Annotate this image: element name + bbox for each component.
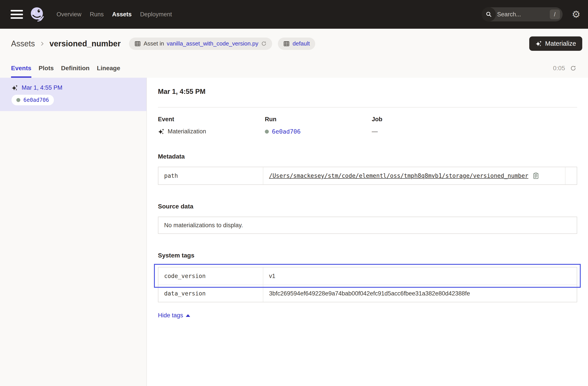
page-title: versioned_number xyxy=(49,39,121,48)
system-tags-table: code_version v1 data_version 3bfc269594e… xyxy=(158,267,577,302)
tab-events[interactable]: Events xyxy=(11,59,31,78)
event-column-label: Event xyxy=(158,116,265,123)
search-shortcut-key: / xyxy=(550,9,560,19)
reload-definition-icon[interactable] xyxy=(261,41,267,47)
job-value: — xyxy=(372,128,378,135)
hide-tags-link[interactable]: Hide tags xyxy=(158,312,190,319)
run-column-label: Run xyxy=(265,116,372,123)
run-status-dot xyxy=(16,98,20,102)
tag-value-code-version: v1 xyxy=(263,267,577,285)
tab-lineage[interactable]: Lineage xyxy=(97,59,120,78)
system-tags-heading: System tags xyxy=(158,252,577,259)
asset-location-prefix: Asset in xyxy=(144,40,164,47)
job-column-label: Job xyxy=(372,116,577,123)
nav-item-deployment[interactable]: Deployment xyxy=(140,11,172,18)
refresh-countdown: 0:05 xyxy=(553,65,565,72)
materialization-sparkle-icon xyxy=(158,128,165,135)
materialize-button[interactable]: Materialize xyxy=(529,37,582,51)
copy-path-button[interactable] xyxy=(532,172,539,179)
run-status-dot xyxy=(265,130,269,134)
top-nav: Overview Runs Assets Deployment / ⚙ xyxy=(0,0,588,29)
heading-divider xyxy=(158,107,577,107)
metadata-table: path /Users/smackesey/stm/code/elementl/… xyxy=(158,167,577,185)
caret-up-icon xyxy=(186,314,190,317)
event-timestamp[interactable]: Mar 1, 4:55 PM xyxy=(22,84,63,91)
settings-gear-icon[interactable]: ⚙ xyxy=(572,9,581,19)
run-column: Run 6e0ad706 xyxy=(265,116,372,135)
asset-definition-file-link[interactable]: vanilla_asset_with_code_version.py xyxy=(167,40,258,47)
tag-key-code-version: code_version xyxy=(158,267,263,285)
refresh-icon xyxy=(570,65,577,72)
event-type-value: Materialization xyxy=(168,128,206,135)
tag-key-data-version: data_version xyxy=(158,285,263,302)
search-box[interactable]: / xyxy=(482,7,563,21)
job-column: Job — xyxy=(372,116,577,135)
metadata-path-link[interactable]: /Users/smackesey/stm/code/elementl/oss/t… xyxy=(269,172,528,179)
asset-header: Assets versioned_number Asset in vanilla… xyxy=(0,29,588,59)
nav-items: Overview Runs Assets Deployment xyxy=(57,11,172,18)
materialization-sparkle-icon xyxy=(11,84,18,91)
run-id: 6e0ad706 xyxy=(23,97,49,103)
event-detail-heading: Mar 1, 4:55 PM xyxy=(158,88,577,96)
asset-tabs: Events Plots Definition Lineage 0:05 xyxy=(0,59,588,78)
breadcrumb-assets-link[interactable]: Assets xyxy=(11,39,35,48)
dagster-logo-icon[interactable] xyxy=(30,7,45,22)
event-column: Event Materialization xyxy=(158,116,265,135)
tag-value-data-version: 3bfc269594ef649228e9a74bab00f042efc91d5a… xyxy=(263,285,577,302)
hamburger-menu-icon[interactable] xyxy=(11,10,23,19)
event-list-sidebar: Mar 1, 4:55 PM 6e0ad706 xyxy=(0,78,147,386)
chevron-right-icon xyxy=(39,41,45,47)
table-icon xyxy=(134,41,141,47)
group-grid-icon xyxy=(283,41,290,47)
run-id-link[interactable]: 6e0ad706 xyxy=(272,128,301,135)
sparkle-icon xyxy=(535,41,542,47)
asset-group-badge: default xyxy=(278,38,315,50)
metadata-table-gutter xyxy=(565,167,577,184)
metadata-heading: Metadata xyxy=(158,153,577,160)
source-data-heading: Source data xyxy=(158,203,577,210)
asset-location-badge: Asset in vanilla_asset_with_code_version… xyxy=(129,38,272,50)
nav-item-assets[interactable]: Assets xyxy=(112,11,132,18)
refresh-button[interactable] xyxy=(570,65,577,72)
search-icon xyxy=(482,7,496,21)
nav-item-overview[interactable]: Overview xyxy=(57,11,82,18)
asset-group-link[interactable]: default xyxy=(293,40,310,47)
search-input[interactable] xyxy=(496,11,550,18)
clipboard-icon xyxy=(532,172,539,179)
run-id-badge[interactable]: 6e0ad706 xyxy=(11,95,54,105)
event-list-item-selected[interactable]: Mar 1, 4:55 PM 6e0ad706 xyxy=(0,78,147,111)
tab-definition[interactable]: Definition xyxy=(61,59,89,78)
source-data-empty-message: No materializations to display. xyxy=(158,217,577,234)
tab-plots[interactable]: Plots xyxy=(39,59,54,78)
metadata-key: path xyxy=(158,167,263,184)
nav-item-runs[interactable]: Runs xyxy=(90,11,104,18)
event-detail-panel: Mar 1, 4:55 PM Event Materialization Run… xyxy=(147,78,588,386)
